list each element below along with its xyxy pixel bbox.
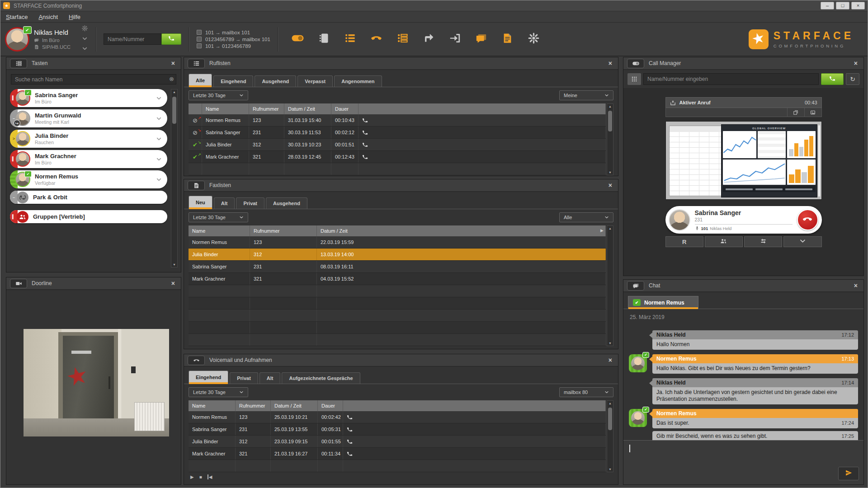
screenshare-window-button[interactable] (787, 108, 804, 117)
table-row[interactable]: Julia Binder31213.03.19 14:00 (189, 249, 606, 261)
refresh-button[interactable]: ↻ (846, 73, 859, 85)
close-icon[interactable]: × (606, 60, 614, 67)
scrollbar[interactable]: ▲ ▼ (171, 89, 178, 267)
call-lists-button[interactable] (343, 32, 358, 47)
scrollbar[interactable]: ▲ ▼ (607, 400, 613, 472)
transfer-button[interactable] (744, 236, 782, 247)
contact-key-gruppen-vertrieb-[interactable]: ▍Gruppen [Vertrieb] (10, 210, 167, 223)
hangup-button[interactable] (797, 209, 818, 230)
tab-alle[interactable]: Alle (189, 74, 212, 87)
callback-phone-icon[interactable] (362, 142, 368, 148)
callback-phone-icon[interactable] (347, 451, 353, 457)
function-keys-button[interactable] (395, 32, 410, 47)
callback-phone-icon[interactable] (362, 130, 368, 136)
conference-button[interactable] (705, 236, 743, 247)
send-button[interactable] (838, 467, 859, 480)
voicemail-button[interactable] (369, 32, 384, 47)
table-row[interactable]: Normen Remus12325.03.19 10:2100:02:42 (189, 411, 606, 423)
scroll-thumb[interactable] (608, 408, 612, 430)
clear-search-icon[interactable]: ⊗ (169, 75, 174, 82)
scroll-down-icon[interactable]: ▼ (609, 171, 612, 174)
table-row[interactable]: Normen Remus12322.03.19 15:59 (189, 236, 606, 249)
range-filter-dropdown[interactable]: Letzte 30 Tage (189, 90, 248, 100)
menu-item-ansicht[interactable]: Ansicht (38, 14, 58, 20)
scrollbar[interactable]: ▲ ▼ (607, 103, 613, 175)
scroll-thumb[interactable] (172, 97, 176, 124)
redirect-rule[interactable]: 101 → mailbox 101 (197, 30, 270, 35)
scroll-down-icon[interactable]: ▼ (173, 263, 176, 266)
title-bar[interactable]: ★ STARFACE Comfortphoning – □ × (0, 0, 868, 11)
callback-phone-icon[interactable] (362, 117, 368, 123)
phonebook-button[interactable] (316, 32, 332, 47)
chat-tab-normen-remus[interactable]: ✔ Normen Remus (628, 296, 698, 309)
ifmc-button[interactable] (448, 32, 463, 47)
dial-input[interactable] (104, 33, 161, 45)
redirect-rule[interactable]: 101 → 0123456789 (197, 43, 270, 49)
column-scroll-right-icon[interactable]: ▶ (600, 228, 604, 233)
redirect-rule[interactable]: 0123456789 → mailbox 101 (197, 37, 270, 42)
callback-phone-icon[interactable] (347, 427, 353, 432)
contact-search-input[interactable] (11, 74, 176, 84)
profile-settings-icon[interactable] (81, 25, 88, 33)
redirect-button[interactable] (421, 32, 437, 47)
column-header[interactable] (343, 400, 606, 411)
column-header[interactable]: Name (189, 400, 236, 411)
tab-alt[interactable]: Alt (259, 372, 281, 384)
contact-key-julia-binder[interactable]: >Julia BinderRauchen (10, 130, 167, 148)
stop-button[interactable]: ■ (199, 474, 202, 479)
column-header[interactable]: Rufnummer (236, 400, 271, 411)
more-button[interactable] (783, 236, 821, 247)
tab-neu[interactable]: Neu (189, 196, 212, 209)
chevron-down-icon[interactable] (156, 116, 162, 122)
column-header[interactable]: Rufnummer (250, 225, 317, 236)
chevron-down-icon[interactable] (156, 177, 162, 183)
contact-key-martin-grunwald[interactable]: –↪Martin GrunwaldMeeting mit Karl (10, 109, 167, 127)
close-icon[interactable]: × (169, 60, 177, 67)
redirect-checkbox[interactable] (197, 43, 202, 48)
scroll-up-icon[interactable]: ▲ (609, 105, 612, 108)
redirect-checkbox[interactable] (197, 37, 202, 42)
table-row[interactable]: Julia Binder31223.03.19 09:1500:01:55 (189, 436, 606, 448)
close-icon[interactable]: × (606, 357, 614, 364)
column-header[interactable]: Datum / Zeit (317, 225, 606, 236)
column-header[interactable]: Datum / Zeit (284, 103, 331, 114)
scrollbar[interactable]: ▲ ▼ (607, 225, 613, 346)
column-header[interactable] (189, 103, 202, 114)
dial-call-button[interactable] (161, 33, 181, 45)
settings-button[interactable] (526, 32, 542, 47)
close-icon[interactable]: × (169, 280, 177, 287)
contact-key-sabrina-sanger[interactable]: ▍✔Sabrina SangerIm Büro (10, 89, 167, 107)
scroll-up-icon[interactable]: ▲ (173, 90, 176, 94)
keypad-icon[interactable] (627, 73, 641, 85)
chevron-down-icon[interactable] (156, 156, 162, 162)
table-row[interactable]: Mark Grachner32121.03.19 16:2700:11:34 (189, 448, 606, 460)
close-icon[interactable]: × (606, 182, 614, 189)
callback-phone-icon[interactable] (362, 154, 368, 160)
column-header[interactable]: Dauer (331, 103, 359, 114)
column-header[interactable]: Rufnummer (249, 103, 284, 114)
fax-button[interactable] (500, 32, 515, 47)
scroll-up-icon[interactable]: ▲ (609, 402, 612, 405)
table-row[interactable]: ⊘↗Normen Remus12331.03.19 15:4000:10:43 (189, 114, 606, 127)
scroll-down-icon[interactable]: ▼ (609, 468, 612, 471)
scroll-thumb[interactable] (608, 111, 612, 131)
tab-alt[interactable]: Alt (214, 197, 235, 209)
line-chevron-icon[interactable] (82, 45, 88, 53)
tab-ausgehend[interactable]: Ausgehend (255, 75, 296, 87)
user-avatar[interactable]: ✔ (5, 27, 29, 52)
user-line-row[interactable]: SIP/HB.UCC (34, 44, 71, 50)
table-row[interactable]: Sabrina Sanger23125.03.19 13:5500:05:31 (189, 423, 606, 436)
call-manager-toggle-button[interactable] (290, 32, 306, 47)
recall-button[interactable]: R (665, 236, 703, 247)
chat-button[interactable] (474, 32, 489, 47)
mailbox-filter-dropdown[interactable]: mailbox 80 (559, 387, 613, 397)
play-button[interactable]: ▶ (190, 474, 194, 479)
contact-key-park-orbit[interactable]: –Park & Orbit (10, 191, 167, 204)
tab-eingehend[interactable]: Eingehend (189, 371, 228, 384)
table-row[interactable]: Mark Grachner32104.03.19 15:52 (189, 273, 606, 285)
table-row[interactable]: Sabrina Sanger23108.03.19 16:11 (189, 261, 606, 273)
minimize-button[interactable]: – (821, 2, 834, 9)
callback-phone-icon[interactable] (347, 439, 353, 445)
tab-aufgezeichnete-gespr-che[interactable]: Aufgezeichnete Gespräche (282, 372, 360, 384)
redirect-checkbox[interactable] (197, 30, 202, 35)
